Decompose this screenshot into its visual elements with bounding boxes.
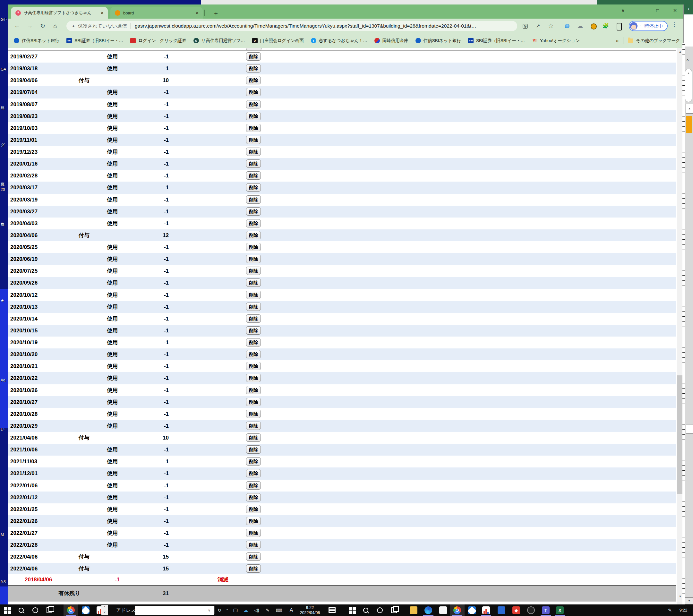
delete-button[interactable]: 削除 xyxy=(246,410,261,418)
delete-button[interactable]: 削除 xyxy=(246,469,261,477)
clock-monitor1[interactable]: 9:22 2022/04/06 xyxy=(298,605,322,615)
maximize-icon[interactable]: □ xyxy=(655,8,660,14)
onedrive-icon[interactable]: ☁ xyxy=(242,607,250,614)
start-button[interactable] xyxy=(4,607,12,614)
delete-button[interactable]: 削除 xyxy=(246,326,261,335)
bookmark-item[interactable]: Y! Yahoo!オークション xyxy=(532,38,580,44)
address-bar[interactable]: ▲ 保護されていない通信 gasrv.japanwest.cloudapp.az… xyxy=(66,21,517,31)
touch-keyboard-icon[interactable]: ⌨ xyxy=(275,607,283,614)
tab-close-icon[interactable]: ✕ xyxy=(195,11,199,15)
browser-menu-icon[interactable]: ⋮ xyxy=(672,21,677,28)
delete-button[interactable]: 削除 xyxy=(246,136,261,144)
delete-button[interactable]: 削除 xyxy=(246,76,261,84)
taskbar-teams-button[interactable]: T xyxy=(538,604,553,616)
search-icon-2[interactable] xyxy=(362,607,370,614)
action-center-icon[interactable] xyxy=(329,607,336,613)
translate-icon[interactable]: G xyxy=(521,22,529,30)
taskbar-payroll-button-2[interactable] xyxy=(479,604,493,616)
delete-button[interactable]: 削除 xyxy=(246,553,261,561)
delete-button[interactable]: 削除 xyxy=(246,362,261,370)
extensions-puzzle-icon[interactable]: 🧩 xyxy=(601,22,610,30)
cortana-icon[interactable] xyxy=(32,607,39,614)
delete-button[interactable]: 削除 xyxy=(246,529,261,537)
forward-icon[interactable]: → xyxy=(25,21,34,31)
taskbar-mail-button[interactable] xyxy=(78,604,93,616)
delete-button[interactable]: 削除 xyxy=(246,88,261,96)
delete-button[interactable]: 削除 xyxy=(246,374,261,382)
close-icon[interactable]: ✕ xyxy=(672,8,678,14)
tab-board[interactable]: board ✕ xyxy=(111,7,203,19)
taskbar-edge-button[interactable] xyxy=(421,604,436,616)
share-icon[interactable]: ↗ xyxy=(534,22,542,30)
start-button-2[interactable] xyxy=(349,607,356,614)
delete-button[interactable]: 削除 xyxy=(246,195,261,204)
back-icon[interactable]: ← xyxy=(13,21,21,31)
ime-mode-icon[interactable]: A xyxy=(288,607,295,614)
extension-cloud-icon[interactable]: ☁ xyxy=(576,22,584,30)
tab-close-icon[interactable]: ✕ xyxy=(100,11,104,15)
minimize-icon[interactable]: — xyxy=(638,8,643,14)
bookmark-item[interactable]: ログイン - クリック証券 xyxy=(130,38,186,44)
delete-button[interactable]: 削除 xyxy=(246,338,261,346)
delete-button[interactable]: 削除 xyxy=(246,493,261,501)
home-icon[interactable]: ⌂ xyxy=(51,21,60,31)
bookmark-item[interactable]: SBI SBI証券（旧SBIイー・… xyxy=(468,38,525,44)
delete-button[interactable]: 削除 xyxy=(246,64,261,73)
bookmark-item[interactable]: 岡崎信用金庫 xyxy=(374,38,409,44)
delete-button[interactable]: 削除 xyxy=(246,255,261,263)
delete-button[interactable]: 削除 xyxy=(246,302,261,311)
tray-chevron-icon[interactable]: ^ xyxy=(223,607,231,614)
taskbar-chrome-button[interactable] xyxy=(63,604,78,616)
delete-button[interactable]: 削除 xyxy=(246,159,261,168)
delete-button[interactable]: 削除 xyxy=(246,231,261,239)
bookmark-star-icon[interactable]: ☆ xyxy=(547,22,555,30)
extension-orange-icon[interactable] xyxy=(591,23,597,29)
cortana-icon-2[interactable] xyxy=(376,607,384,614)
profile-pause-badge[interactable]: 一時停止中 xyxy=(629,21,668,31)
bookmark-item[interactable]: 住信SBIネット銀行 xyxy=(14,38,59,44)
taskbar-excel-button[interactable]: X xyxy=(553,604,567,616)
volume-icon[interactable]: ◁) xyxy=(253,607,260,614)
other-bookmarks-button[interactable]: その他のブックマーク xyxy=(628,38,680,44)
extension-drop-icon[interactable] xyxy=(565,24,570,28)
address-toolbar-input[interactable] xyxy=(135,606,214,615)
delete-button[interactable]: 削除 xyxy=(246,434,261,442)
delete-button[interactable]: 削除 xyxy=(246,124,261,132)
taskbar-compass-button[interactable] xyxy=(523,604,538,616)
taskbar-explorer-button[interactable] xyxy=(406,604,421,616)
bookmark-item[interactable]: t 恋するなつおちゃん！… xyxy=(311,38,368,44)
sync-icon[interactable]: ↻ xyxy=(216,607,223,614)
taskbar-store-button[interactable] xyxy=(436,604,451,616)
reload-icon[interactable]: ↻ xyxy=(38,21,47,31)
taskbar-chrome-button-2[interactable] xyxy=(450,604,464,616)
delete-button[interactable]: 削除 xyxy=(246,314,261,323)
delete-button[interactable]: 削除 xyxy=(246,183,261,192)
delete-button[interactable]: 削除 xyxy=(246,564,261,573)
task-view-icon[interactable] xyxy=(45,607,53,614)
delete-button[interactable]: 削除 xyxy=(246,171,261,180)
delete-button[interactable]: 削除 xyxy=(246,422,261,430)
pen-icon-2[interactable]: ✎ xyxy=(666,607,674,614)
tab-satsuki[interactable]: ? サ高住専用経営ソフトさつきちゃん ✕ xyxy=(11,7,108,19)
delete-button[interactable]: 削除 xyxy=(246,481,261,490)
bookmarks-overflow-icon[interactable]: » xyxy=(616,38,619,44)
bookmark-item[interactable]: S サ高住専用経営ソフ… xyxy=(194,38,245,44)
delete-button[interactable]: 削除 xyxy=(246,350,261,358)
delete-button[interactable]: 削除 xyxy=(246,517,261,525)
taskbar-doc-button[interactable] xyxy=(494,604,509,616)
chevron-down-icon[interactable]: ∨ xyxy=(620,8,626,14)
delete-button[interactable]: 削除 xyxy=(246,243,261,251)
bookmark-item[interactable]: D 口座照会ログイン画面 xyxy=(252,38,304,44)
clock-monitor2[interactable]: 9:22 xyxy=(676,608,690,613)
delete-button[interactable]: 削除 xyxy=(246,278,261,287)
delete-button[interactable]: 削除 xyxy=(246,266,261,275)
delete-button[interactable]: 削除 xyxy=(246,457,261,465)
bookmark-item[interactable]: 住信SBIネット銀行 xyxy=(415,38,461,44)
pen-icon[interactable]: ✎ xyxy=(264,607,272,614)
delete-button[interactable]: 削除 xyxy=(246,147,261,156)
new-tab-button[interactable]: + xyxy=(212,10,220,18)
delete-button[interactable]: 削除 xyxy=(246,219,261,227)
task-view-icon-2[interactable] xyxy=(390,607,398,614)
delete-button[interactable]: 削除 xyxy=(246,112,261,120)
address-dropdown-icon[interactable]: ∨ xyxy=(208,604,211,616)
